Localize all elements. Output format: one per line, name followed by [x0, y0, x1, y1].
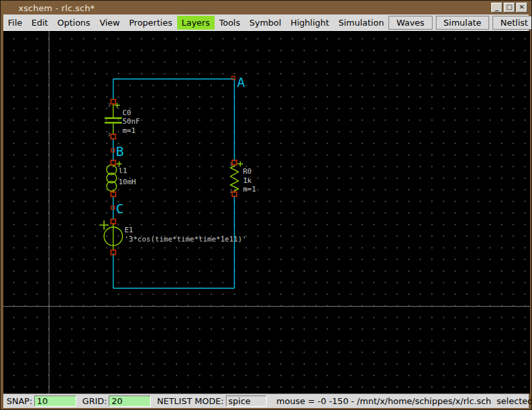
window-title: xschem - rlc.sch* [18, 3, 95, 13]
pin-marker-icon [111, 219, 116, 224]
component-value: '3*cos(time*time*time*1e11)' [124, 235, 246, 243]
capacitor-c0[interactable]: 1 2 C0 50nF m=1 [105, 103, 140, 138]
minimize-button[interactable]: _ [491, 3, 502, 13]
plus-mark-icon [99, 220, 109, 230]
netlist-button[interactable]: Netlist [492, 16, 532, 30]
component-name: C0 [122, 109, 131, 117]
netlist-mode-input[interactable] [226, 396, 267, 407]
pin-marker-icon [111, 134, 116, 139]
snap-label: SNAP: [7, 396, 32, 406]
menu-bar: File Edit Options View Properties Layers… [3, 14, 529, 31]
grid-input[interactable] [109, 396, 151, 407]
rlc-circuit: 1 2 C0 50nF m=1 l1 10mH [3, 31, 530, 394]
pin-number: 1 [108, 103, 111, 108]
waves-button[interactable]: Waves [388, 16, 432, 30]
component-name: l1 [119, 167, 127, 175]
source-e1[interactable]: E1 '3*cos(time*time*time*1e11)' [99, 220, 246, 250]
grid-label: GRID: [82, 396, 107, 406]
plus-mark-icon [117, 161, 122, 167]
component-value: 10mH [119, 178, 136, 186]
maximize-button[interactable]: □ [504, 3, 515, 13]
status-bar: SNAP: GRID: NETLIST MODE: mouse = -0 -15… [3, 394, 529, 408]
simulate-button[interactable]: Simulate [436, 16, 489, 30]
netlist-mode-label: NETLIST MODE: [157, 396, 223, 406]
component-name: E1 [124, 226, 133, 234]
menu-symbol[interactable]: Symbol [245, 16, 286, 30]
menu-properties[interactable]: Properties [124, 16, 177, 30]
schematic-canvas[interactable]: 1 2 C0 50nF m=1 l1 10mH [3, 31, 530, 394]
menu-highlight[interactable]: Highlight [286, 16, 334, 30]
pin-marker-icon [111, 99, 116, 104]
menu-simulation[interactable]: Simulation [334, 16, 388, 30]
menu-file[interactable]: File [3, 16, 27, 30]
menu-options[interactable]: Options [53, 16, 95, 30]
component-value: 50nF [122, 117, 140, 126]
resistor-r0[interactable]: 1 2 R0 1k m=1 [230, 161, 256, 194]
window-controls: _ □ ✕ [491, 3, 527, 13]
snap-input[interactable] [34, 396, 76, 407]
pin-number: 2 [108, 132, 111, 138]
menu-view[interactable]: View [95, 16, 124, 30]
mouse-status-text: mouse = -0 -150 - /mnt/x/home/schippes/x… [277, 396, 532, 406]
menu-edit[interactable]: Edit [27, 16, 53, 30]
xschem-window: xschem - rlc.sch* _ □ ✕ File Edit Option… [0, 0, 532, 410]
plus-mark-icon [238, 161, 243, 167]
close-button[interactable]: ✕ [516, 3, 527, 13]
component-mult: m=1 [122, 126, 136, 135]
label-ticks [111, 76, 235, 209]
net-label-b[interactable]: B [116, 143, 124, 159]
net-label-a[interactable]: A [237, 74, 245, 90]
menu-layers[interactable]: Layers [177, 16, 215, 30]
title-bar[interactable]: xschem - rlc.sch* _ □ ✕ [1, 1, 531, 14]
menu-tools[interactable]: Tools [215, 16, 245, 30]
component-name: R0 [243, 167, 252, 176]
net-label-c[interactable]: C [116, 201, 124, 217]
inductor-l1[interactable]: l1 10mH [107, 161, 136, 193]
component-value: 1k [243, 176, 252, 185]
component-mult: m=1 [243, 185, 256, 193]
